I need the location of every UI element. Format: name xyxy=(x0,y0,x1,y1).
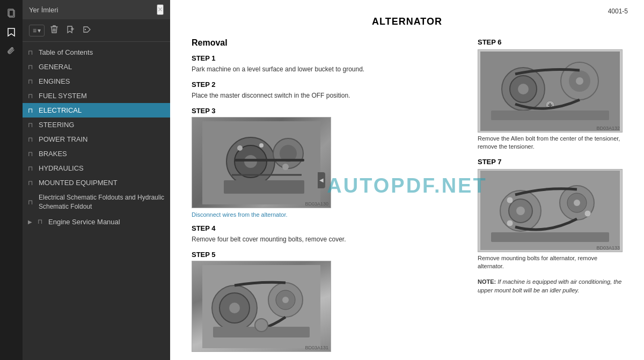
step4-heading: STEP 4 xyxy=(192,224,465,232)
step7-caption: Remove mounting bolts for alternator, re… xyxy=(478,254,623,271)
sidebar-item-label: MOUNTED EQUIPMENT xyxy=(39,179,118,187)
sidebar-item-table-of-contents[interactable]: ⊓ Table of Contents xyxy=(23,45,170,60)
bookmark-indicator-icon: ⊓ xyxy=(28,179,34,187)
bookmark-indicator-icon: ⊓ xyxy=(28,49,34,56)
svg-rect-14 xyxy=(235,159,304,161)
right-column: STEP 6 xyxy=(478,38,623,355)
bookmark-indicator-icon: ⊓ xyxy=(28,150,34,158)
svg-point-49 xyxy=(584,210,591,217)
svg-point-19 xyxy=(282,164,289,170)
icon-strip xyxy=(0,0,23,360)
sidebar-item-fuel-system[interactable]: ⊓ FUEL SYSTEM xyxy=(23,89,170,103)
svg-point-35 xyxy=(576,77,583,85)
bookmark-indicator-icon: ⊓ xyxy=(28,92,34,100)
svg-point-28 xyxy=(255,319,268,332)
sidebar-item-engine-service-manual[interactable]: ▶ ⊓ Engine Service Manual xyxy=(23,215,170,229)
step7-heading: STEP 7 xyxy=(478,158,623,166)
tag-bookmark-button[interactable] xyxy=(80,24,94,36)
svg-rect-50 xyxy=(491,232,609,242)
sidebar-item-label: Engine Service Manual xyxy=(48,218,120,226)
svg-point-18 xyxy=(259,143,264,148)
sidebar-item-steering[interactable]: ⊓ STEERING xyxy=(23,117,170,132)
pages-icon-btn[interactable] xyxy=(3,4,20,21)
bookmark-icon-btn[interactable] xyxy=(3,24,20,41)
page-content: 4001-5 ALTERNATOR AUTOPDF.NET Removal ST… xyxy=(170,0,644,360)
bookmark-indicator-icon: ⊓ xyxy=(28,136,34,143)
sidebar-toolbar: ≡ ▾ xyxy=(23,19,170,42)
content-area: Removal STEP 1 Park machine on a level s… xyxy=(192,38,623,355)
step7-image: BD03A133 xyxy=(478,169,623,252)
step7-note: NOTE: If machine is equipped with air co… xyxy=(478,277,623,295)
svg-point-48 xyxy=(507,220,513,226)
svg-point-47 xyxy=(507,197,513,203)
sidebar-item-brakes[interactable]: ⊓ BRAKES xyxy=(23,146,170,161)
sidebar-item-hydraulics[interactable]: ⊓ HYDRAULICS xyxy=(23,161,170,175)
sidebar-item-label: Table of Contents xyxy=(39,48,93,56)
bookmark-indicator-icon: ⊓ xyxy=(38,218,44,225)
svg-point-43 xyxy=(516,207,525,215)
sidebar-item-electrical-schematic[interactable]: ⊓ Electrical Schematic Foldouts and Hydr… xyxy=(23,190,170,215)
sidebar-list: ⊓ Table of Contents ⊓ GENERAL ⊓ ENGINES … xyxy=(23,42,170,360)
left-column: Removal STEP 1 Park machine on a level s… xyxy=(192,38,465,355)
sidebar-item-engines[interactable]: ⊓ ENGINES xyxy=(23,74,170,89)
bookmark-indicator-icon: ⊓ xyxy=(28,199,34,206)
sidebar-item-label: BRAKES xyxy=(39,150,67,158)
delete-bookmark-button[interactable] xyxy=(48,24,61,37)
view-toggle-button[interactable]: ≡ ▾ xyxy=(29,25,45,36)
svg-point-32 xyxy=(518,84,529,94)
sidebar-item-electrical[interactable]: ⊓ ELECTRICAL xyxy=(23,103,170,117)
expand-arrow-icon: ▶ xyxy=(28,219,32,225)
paperclip-icon-btn[interactable] xyxy=(3,43,20,60)
page-number: 4001-5 xyxy=(608,8,628,15)
sidebar-item-label: HYDRAULICS xyxy=(39,164,84,172)
sidebar-item-power-train[interactable]: ⊓ POWER TRAIN xyxy=(23,132,170,146)
sidebar-item-label: POWER TRAIN xyxy=(39,135,88,143)
collapse-arrow-icon: ◀ xyxy=(319,177,324,183)
step6-caption: Remove the Allen bolt from the center of… xyxy=(478,135,623,151)
bookmark-indicator-icon: ⊓ xyxy=(28,107,34,114)
sidebar: Yer İmleri × ≡ ▾ xyxy=(23,0,170,360)
sidebar-item-label: ENGINES xyxy=(39,77,70,85)
step4-text: Remove four belt cover mounting bolts, r… xyxy=(192,234,465,244)
step3-heading: STEP 3 xyxy=(192,107,465,115)
sidebar-item-label: STEERING xyxy=(39,121,74,129)
bookmark-indicator-icon: ⊓ xyxy=(28,63,34,71)
sidebar-item-label: ELECTRICAL xyxy=(39,106,82,114)
step3-caption: Disconnect wires from the alternator. xyxy=(192,211,465,218)
sidebar-item-mounted-equipment[interactable]: ⊓ MOUNTED EQUIPMENT xyxy=(23,175,170,190)
step1-heading: STEP 1 xyxy=(192,54,465,62)
main-content: 4001-5 ALTERNATOR AUTOPDF.NET Removal ST… xyxy=(170,0,644,360)
sidebar-header: Yer İmleri × xyxy=(23,0,170,19)
sidebar-item-general[interactable]: ⊓ GENERAL xyxy=(23,60,170,74)
step7-image-label: BD03A133 xyxy=(596,245,620,251)
step6-heading: STEP 6 xyxy=(478,38,623,46)
sidebar-title: Yer İmleri xyxy=(29,6,58,14)
svg-point-26 xyxy=(282,297,289,303)
bookmark-indicator-icon: ⊓ xyxy=(28,121,34,129)
sidebar-item-label: GENERAL xyxy=(39,63,72,71)
bookmark-indicator-icon: ⊓ xyxy=(28,165,34,172)
svg-point-17 xyxy=(237,145,243,151)
svg-point-46 xyxy=(574,200,580,206)
removal-heading: Removal xyxy=(192,38,465,48)
bookmark-indicator-icon: ⊓ xyxy=(28,78,34,85)
step2-heading: STEP 2 xyxy=(192,80,465,89)
step5-image: BD03A131 xyxy=(192,261,331,352)
sidebar-item-label: FUEL SYSTEM xyxy=(39,92,87,100)
step1-text: Park machine on a level surface and lowe… xyxy=(192,64,465,74)
page-title: ALTERNATOR xyxy=(192,16,623,27)
list-icon: ≡ xyxy=(33,27,36,34)
add-bookmark-button[interactable] xyxy=(64,24,77,37)
sidebar-close-button[interactable]: × xyxy=(157,4,164,15)
svg-point-23 xyxy=(229,303,240,313)
dropdown-arrow-icon: ▾ xyxy=(38,27,41,34)
step6-image-label: BD03A132 xyxy=(596,126,620,131)
svg-point-7 xyxy=(85,29,86,30)
svg-rect-39 xyxy=(491,111,609,120)
svg-rect-16 xyxy=(224,180,304,194)
step3-image-label: BD03A130 xyxy=(305,201,328,207)
sidebar-collapse-handle[interactable]: ◀ xyxy=(318,172,325,188)
step6-image: BD03A132 xyxy=(478,49,623,133)
sidebar-item-label: Electrical Schematic Foldouts and Hydrau… xyxy=(39,193,165,211)
step3-image: BD03A130 xyxy=(192,117,331,208)
